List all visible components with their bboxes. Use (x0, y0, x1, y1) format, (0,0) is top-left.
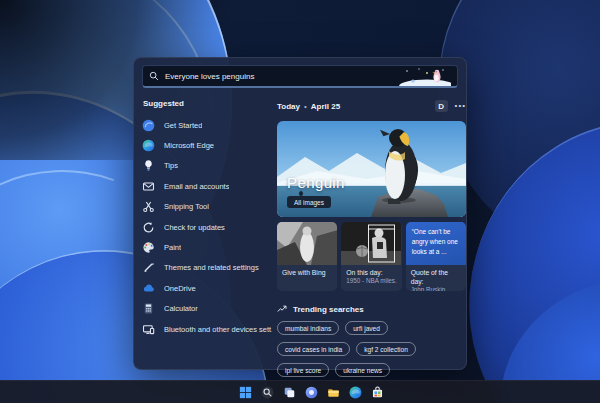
suggested-title: Suggested (143, 99, 272, 108)
task-view-icon (283, 386, 296, 399)
snipping-tool-icon (142, 200, 155, 213)
windows-logo-icon (239, 386, 252, 399)
suggested-item-label: Email and accounts (164, 182, 229, 191)
trending-up-icon (277, 304, 287, 314)
quote-text: “One can't be angry when one looks at a … (406, 222, 466, 265)
widgets-button[interactable] (304, 385, 319, 400)
trending-pill[interactable]: urfi javed (345, 321, 388, 335)
suggested-item-label: Paint (164, 243, 181, 252)
card-caption: Quote of the day: (411, 268, 461, 286)
suggested-item-onedrive[interactable]: OneDrive (142, 278, 272, 298)
search-box[interactable] (142, 65, 458, 88)
suggested-item-tips[interactable]: Tips (142, 156, 272, 176)
edge-button[interactable] (348, 385, 363, 400)
suggested-item-get-started[interactable]: Get Started (142, 115, 272, 135)
suggested-item-label: OneDrive (164, 284, 196, 293)
today-header: Today • April 25 D ••• (277, 99, 466, 113)
suggested-item-snipping-tool[interactable]: Snipping Tool (142, 197, 272, 217)
search-flyout-panel: Suggested Get Started Microsoft Edge Tip… (133, 57, 467, 370)
store-icon (371, 386, 384, 399)
suggested-column: Suggested Get Started Microsoft Edge Tip… (142, 96, 272, 339)
onedrive-icon (142, 282, 155, 295)
taskbar-icons (238, 381, 385, 403)
search-icon (149, 71, 159, 81)
paint-icon (142, 241, 155, 254)
calculator-icon (142, 302, 155, 315)
card-caption: Give with Bing (282, 268, 332, 277)
today-separator: • (304, 102, 307, 111)
suggested-item-label: Bluetooth and other devices sett... (164, 325, 272, 334)
card-quote-of-the-day[interactable]: “One can't be angry when one looks at a … (406, 222, 466, 291)
search-decoration-penguin-icon (397, 66, 451, 86)
suggested-item-microsoft-edge[interactable]: Microsoft Edge (142, 135, 272, 155)
all-images-button[interactable]: All images (287, 196, 331, 208)
search-icon (261, 386, 274, 399)
today-date: April 25 (311, 102, 340, 111)
file-explorer-button[interactable] (326, 385, 341, 400)
taskbar (0, 380, 600, 403)
today-column: Today • April 25 D ••• (277, 96, 466, 377)
trending-pill[interactable]: covid cases in india (277, 342, 350, 356)
card-give-with-bing[interactable]: Give with Bing (277, 222, 337, 291)
suggested-item-label: Themes and related settings (164, 263, 259, 272)
suggested-item-calculator[interactable]: Calculator (142, 299, 272, 319)
microsoft-edge-icon (349, 386, 362, 399)
microsoft-edge-icon (142, 139, 155, 152)
tips-icon (142, 159, 155, 172)
trending-pill[interactable]: ipl live score (277, 363, 329, 377)
today-label: Today (277, 102, 300, 111)
trending-pill[interactable]: kgf 2 collection (356, 342, 416, 356)
task-view-button[interactable] (282, 385, 297, 400)
suggested-item-check-updates[interactable]: Check for updates (142, 217, 272, 237)
give-with-bing-photo (277, 222, 337, 265)
trending-pills: mumbai indians urfi javed covid cases in… (277, 321, 466, 377)
bluetooth-devices-icon (142, 323, 155, 336)
search-input[interactable] (165, 72, 391, 81)
on-this-day-photo (341, 222, 401, 265)
trending-header: Trending searches (277, 304, 466, 314)
suggested-item-label: Microsoft Edge (164, 141, 214, 150)
trending-title: Trending searches (293, 305, 364, 314)
themes-icon (142, 261, 155, 274)
start-button[interactable] (238, 385, 253, 400)
card-on-this-day[interactable]: On this day: 1950 - NBA miles... (341, 222, 401, 291)
suggested-item-label: Get Started (164, 121, 202, 130)
email-accounts-icon (142, 180, 155, 193)
hero-title: Penguin (287, 174, 345, 191)
d-badge-button[interactable]: D (435, 100, 448, 112)
check-updates-icon (142, 221, 155, 234)
widgets-icon (305, 386, 318, 399)
suggested-item-label: Calculator (164, 304, 198, 313)
trending-pill[interactable]: mumbai indians (277, 321, 339, 335)
cards-row: Give with Bing On this day: 1950 - NBA (277, 222, 466, 291)
suggested-item-paint[interactable]: Paint (142, 237, 272, 257)
suggested-item-label: Tips (164, 161, 178, 170)
card-subcaption: John Ruskin (411, 286, 461, 291)
card-caption: On this day: (346, 268, 396, 277)
suggested-item-themes[interactable]: Themes and related settings (142, 258, 272, 278)
hero-card-penguin[interactable]: Penguin All images (277, 121, 466, 217)
suggested-item-bluetooth-devices[interactable]: Bluetooth and other devices sett... (142, 319, 272, 339)
store-button[interactable] (370, 385, 385, 400)
more-options-icon[interactable]: ••• (455, 103, 466, 109)
suggested-item-email-accounts[interactable]: Email and accounts (142, 176, 272, 196)
taskbar-search-button[interactable] (260, 385, 275, 400)
trending-pill[interactable]: ukraine news (335, 363, 390, 377)
get-started-icon (142, 119, 155, 132)
suggested-item-label: Snipping Tool (164, 202, 209, 211)
card-subcaption: 1950 - NBA miles... (346, 277, 396, 285)
file-explorer-icon (327, 386, 340, 399)
suggested-item-label: Check for updates (164, 223, 225, 232)
